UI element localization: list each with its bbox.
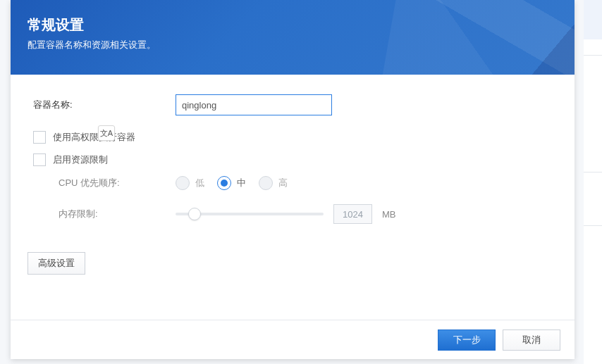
resource-limit-row: 启用资源限制 bbox=[27, 153, 558, 166]
next-button[interactable]: 下一步 bbox=[438, 330, 496, 351]
cpu-priority-mid-label: 中 bbox=[237, 177, 246, 189]
slider-thumb[interactable] bbox=[188, 208, 201, 220]
cancel-button[interactable]: 取消 bbox=[503, 330, 560, 351]
resource-limit-checkbox[interactable] bbox=[33, 153, 46, 166]
cpu-priority-low-label: 低 bbox=[195, 177, 204, 189]
translate-icon[interactable]: 文A bbox=[98, 125, 115, 141]
memory-limit-input[interactable] bbox=[333, 204, 372, 224]
cpu-priority-label: CPU 优先顺序: bbox=[27, 177, 176, 189]
cpu-priority-mid-radio[interactable] bbox=[217, 176, 231, 190]
dialog-header: 常规设置 配置容器名称和资源相关设置。 bbox=[11, 0, 575, 75]
background-divider bbox=[584, 172, 602, 172]
background-divider bbox=[584, 55, 602, 56]
high-privilege-row: 使用高权限执行容器 文A bbox=[27, 131, 558, 144]
resource-limit-subsection: CPU 优先顺序: 低 中 高 内存限制: bbox=[27, 176, 558, 224]
container-name-row: 容器名称: bbox=[27, 94, 558, 115]
dialog-subtitle: 配置容器名称和资源相关设置。 bbox=[27, 39, 558, 51]
high-privilege-label: 使用高权限执行容器 bbox=[53, 131, 135, 144]
container-name-label: 容器名称: bbox=[27, 99, 176, 111]
container-name-input[interactable] bbox=[176, 94, 332, 115]
memory-limit-slider[interactable] bbox=[176, 207, 324, 221]
general-settings-dialog: 常规设置 配置容器名称和资源相关设置。 容器名称: 使用高权限执行容器 文A 启… bbox=[11, 0, 575, 359]
dialog-title: 常规设置 bbox=[27, 15, 558, 34]
memory-limit-controls: MB bbox=[176, 204, 396, 224]
background-divider bbox=[584, 225, 602, 226]
cpu-priority-high-label: 高 bbox=[278, 177, 288, 189]
memory-limit-unit: MB bbox=[382, 209, 396, 220]
dialog-body: 容器名称: 使用高权限执行容器 文A 启用资源限制 CPU 优先顺序: 低 中 bbox=[11, 75, 575, 320]
resource-limit-label: 启用资源限制 bbox=[53, 153, 108, 166]
advanced-settings-button[interactable]: 高级设置 bbox=[27, 252, 85, 275]
cpu-priority-high-radio[interactable] bbox=[259, 176, 273, 190]
cpu-priority-low-radio[interactable] bbox=[176, 176, 190, 190]
high-privilege-checkbox[interactable] bbox=[33, 131, 46, 144]
translate-icon-glyph: 文A bbox=[100, 128, 113, 139]
cpu-priority-radio-group: 低 中 高 bbox=[176, 176, 295, 190]
dialog-footer: 下一步 取消 bbox=[11, 320, 575, 359]
cpu-priority-row: CPU 优先顺序: 低 中 高 bbox=[27, 176, 558, 190]
background-stripe bbox=[584, 0, 602, 39]
memory-limit-row: 内存限制: MB bbox=[27, 204, 558, 224]
memory-limit-label: 内存限制: bbox=[27, 208, 176, 220]
